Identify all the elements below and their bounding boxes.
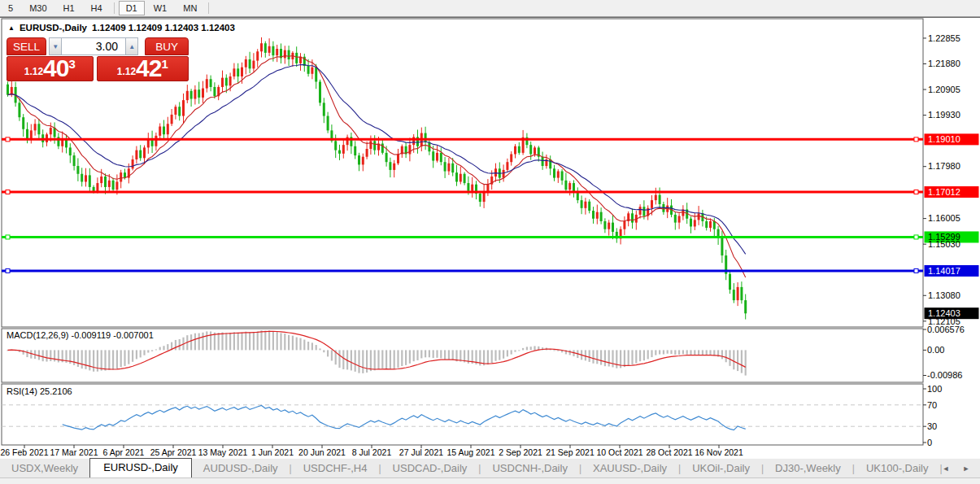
symbol-tab-usdx-weekly[interactable]: USDX,Weekly	[0, 460, 89, 477]
timeframe-button-W1[interactable]: W1	[146, 1, 175, 15]
sell-price-small: 1.12	[24, 63, 43, 80]
svg-text:13 May 2021: 13 May 2021	[198, 447, 248, 457]
svg-text:1.13080: 1.13080	[928, 290, 960, 300]
svg-text:20 Jun 2021: 20 Jun 2021	[298, 447, 346, 457]
svg-text:1 Jun 2021: 1 Jun 2021	[251, 447, 294, 457]
svg-text:1.16005: 1.16005	[928, 213, 960, 223]
svg-text:-0.00986: -0.00986	[927, 370, 962, 380]
svg-text:0: 0	[927, 438, 932, 447]
symbol-tab-uk100-daily[interactable]: UK100-,Daily	[855, 460, 940, 477]
svg-text:28 Oct 2021: 28 Oct 2021	[646, 447, 692, 457]
symbol-tab-usdchf-h4[interactable]: USDCHF-,H4	[292, 460, 379, 477]
buy-price-big: 42	[136, 57, 161, 80]
svg-text:1.15030: 1.15030	[928, 239, 960, 249]
svg-text:1.19010: 1.19010	[928, 134, 960, 144]
line-handle[interactable]	[914, 190, 918, 194]
svg-text:1.17012: 1.17012	[928, 187, 960, 197]
buy-price-sup: 1	[161, 58, 168, 70]
svg-text:1.22855: 1.22855	[928, 33, 960, 43]
svg-text:26 Feb 2021: 26 Feb 2021	[1, 447, 49, 457]
chart-symbol-label: EURUSD-,Daily	[20, 23, 87, 33]
svg-text:1.14017: 1.14017	[928, 266, 960, 276]
timeframe-button-H1[interactable]: H1	[56, 1, 82, 15]
svg-text:100: 100	[927, 384, 942, 394]
symbol-tab-dj30-weekly[interactable]: DJ30-,Weekly	[764, 460, 852, 477]
svg-text:30: 30	[927, 421, 937, 431]
triangle-down-icon: ▼	[52, 43, 59, 50]
svg-text:1.17980: 1.17980	[928, 161, 960, 171]
symbol-tab-xauusd-daily[interactable]: XAUUSD-,Daily	[581, 460, 678, 477]
svg-text:6 Apr 2021: 6 Apr 2021	[103, 447, 145, 457]
line-handle[interactable]	[6, 268, 10, 273]
svg-text:21 Sep 2021: 21 Sep 2021	[546, 447, 595, 457]
macd-label: MACD(12,26,9) -0.009119 -0.007001	[7, 330, 154, 340]
line-handle[interactable]	[6, 190, 10, 194]
svg-text:10 Oct 2021: 10 Oct 2021	[596, 447, 642, 457]
volume-decrease-button[interactable]: ▼	[49, 37, 62, 55]
svg-text:1.12403: 1.12403	[928, 308, 960, 318]
svg-text:1.19930: 1.19930	[928, 110, 960, 120]
timeframe-button-MN[interactable]: MN	[176, 1, 204, 15]
timeframe-button-M30[interactable]: M30	[22, 1, 54, 15]
svg-text:70: 70	[927, 400, 937, 410]
line-handle[interactable]	[914, 235, 918, 239]
symbol-tab-ukoil-daily[interactable]: UKOil-,Daily	[681, 460, 761, 477]
chart-surface[interactable]: 1.190101.170121.152991.140171.228551.218…	[0, 18, 980, 458]
svg-text:27 Jul 2021: 27 Jul 2021	[399, 447, 443, 457]
svg-text:17 Mar 2021: 17 Mar 2021	[50, 447, 98, 457]
buy-price-small: 1.12	[117, 63, 136, 80]
triangle-up-icon: ▲	[128, 43, 135, 50]
tab-scroll-left-icon[interactable]: ◄	[943, 464, 950, 473]
timeframe-button-D1[interactable]: D1	[119, 1, 145, 15]
svg-text:2 Sep 2021: 2 Sep 2021	[499, 447, 542, 457]
chart-title: ▲ EURUSD-,Daily 1.12409 1.12409 1.12403 …	[8, 23, 235, 33]
symbol-tab-usdcad-daily[interactable]: USDCAD-,Daily	[381, 460, 479, 477]
symbol-tab-eurusd-daily[interactable]: EURUSD-,Daily	[89, 458, 192, 477]
buy-button[interactable]: BUY	[145, 37, 189, 55]
date-axis: 26 Feb 202117 Mar 20216 Apr 202125 Apr 2…	[1, 445, 743, 457]
rsi-label: RSI(14) 25.2106	[7, 386, 72, 396]
sell-price-big: 40	[43, 57, 68, 80]
sell-button[interactable]: SELL	[7, 37, 46, 55]
price-axis: 1.228551.218801.209051.199301.179801.160…	[923, 33, 960, 326]
svg-text:0.00: 0.00	[927, 345, 944, 355]
collapse-arrow-icon[interactable]: ▲	[8, 24, 15, 32]
buy-price-button[interactable]: 1.12421	[97, 56, 189, 81]
svg-text:1.21880: 1.21880	[928, 59, 960, 68]
timeframe-button-H4[interactable]: H4	[84, 1, 110, 15]
status-strip	[0, 477, 980, 484]
line-handle[interactable]	[914, 268, 918, 273]
tab-scroll-right-icon[interactable]: ►	[963, 464, 970, 473]
timeframe-toolbar: 5M30H1H4D1W1MN	[0, 0, 980, 17]
symbol-tab-usdcnh-daily[interactable]: USDCNH-,Daily	[481, 460, 578, 477]
sell-price-sup: 3	[68, 58, 75, 70]
svg-text:16 Nov 2021: 16 Nov 2021	[695, 447, 743, 457]
toolbar-separator	[208, 2, 209, 14]
svg-text:0.006576: 0.006576	[927, 325, 965, 334]
svg-text:25 Apr 2021: 25 Apr 2021	[150, 447, 197, 457]
toolbar-separator	[114, 2, 115, 14]
sell-price-button[interactable]: 1.12403	[7, 56, 94, 81]
line-handle[interactable]	[6, 137, 10, 142]
symbol-tab-bar: USDX,WeeklyEURUSD-,DailyAUDUSD-,Daily|US…	[0, 458, 980, 477]
timeframe-button-5[interactable]: 5	[1, 1, 20, 15]
line-handle[interactable]	[914, 137, 918, 142]
svg-text:15 Aug 2021: 15 Aug 2021	[447, 447, 495, 457]
svg-text:8 Jul 2021: 8 Jul 2021	[352, 447, 392, 457]
one-click-trade-panel: SELL ▼ 3.00 ▲ BUY 1.12403 1.12421	[7, 37, 189, 81]
rsi-pane	[2, 384, 923, 445]
volume-increase-button[interactable]: ▲	[125, 37, 138, 55]
volume-field[interactable]: 3.00	[62, 37, 125, 55]
svg-text:1.20905: 1.20905	[928, 85, 960, 94]
chart-ohlc-quote: 1.12409 1.12409 1.12403 1.12403	[92, 23, 235, 33]
line-handle[interactable]	[6, 235, 10, 239]
symbol-tab-audusd-daily[interactable]: AUDUSD-,Daily	[192, 460, 290, 477]
chart-window: 1.190101.170121.152991.140171.228551.218…	[0, 17, 980, 458]
